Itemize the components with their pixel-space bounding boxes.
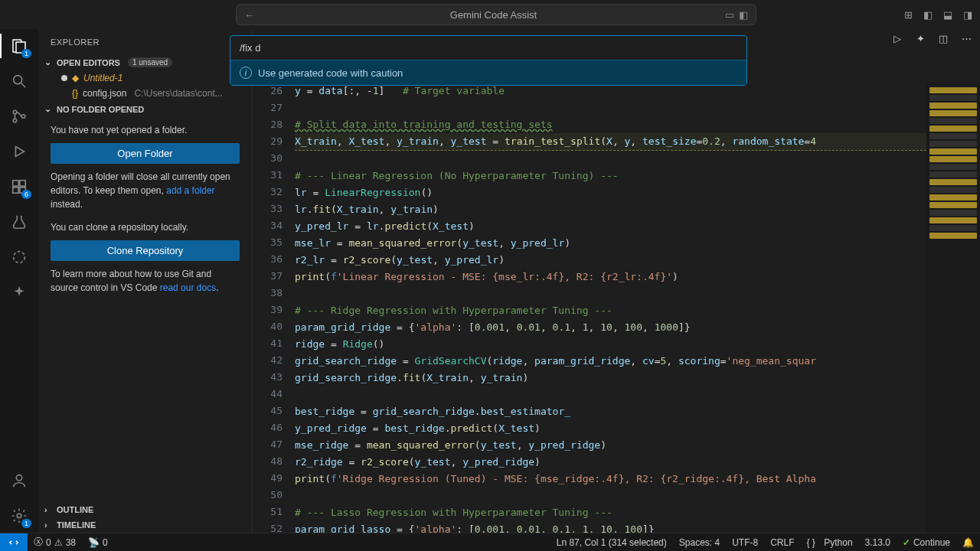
run-debug-icon[interactable]: [8, 141, 30, 162]
layout-icon[interactable]: ▭: [725, 9, 734, 21]
ports-status[interactable]: 📡0: [82, 537, 114, 548]
svg-marker-5: [15, 147, 24, 157]
source-control-icon[interactable]: [8, 106, 30, 127]
eol-status[interactable]: CRLF: [764, 537, 800, 548]
info-icon: i: [240, 67, 252, 79]
svg-point-3: [13, 119, 17, 122]
code-editor[interactable]: y = data[:, -1] # Target variable # Spli…: [295, 83, 926, 533]
svg-rect-7: [13, 187, 18, 193]
check-icon: ✓: [903, 537, 910, 548]
editor-region: ▷ ✦ ◫ ⋯ i Use generated code with cautio…: [253, 29, 980, 533]
minimap[interactable]: [926, 83, 980, 533]
command-right-icons: ▭ ◧: [725, 9, 748, 21]
editor-item-config[interactable]: {} config.json C:\Users\datas\cont...: [38, 86, 252, 101]
assist-caution-bar: i Use generated code with caution: [230, 60, 746, 85]
svg-rect-6: [13, 181, 18, 186]
run-icon[interactable]: ▷: [891, 32, 903, 44]
command-center[interactable]: ← Gemini Code Assist ▭ ◧: [236, 4, 756, 25]
settings-gear-icon[interactable]: 1: [8, 505, 30, 527]
notifications-icon[interactable]: 🔔: [956, 537, 980, 548]
chevron-down-icon: ⌄: [44, 104, 54, 114]
back-arrow-icon[interactable]: ←: [244, 9, 254, 21]
git-docs-text: To learn more about how to use Git and s…: [51, 267, 240, 295]
sparkle-action-icon[interactable]: ✦: [914, 32, 926, 44]
modified-dot-icon: [61, 75, 67, 81]
svg-point-12: [17, 514, 21, 518]
layout-grid-icon[interactable]: ⊞: [902, 8, 914, 21]
settings-badge: 1: [21, 519, 31, 528]
indent-status[interactable]: Spaces: 4: [673, 537, 726, 548]
chevron-right-icon: ›: [44, 520, 54, 530]
account-icon[interactable]: [8, 470, 30, 491]
warning-icon: ⚠: [54, 537, 63, 548]
svg-point-2: [13, 110, 17, 114]
svg-point-10: [14, 252, 25, 263]
outline-section[interactable]: › OUTLINE: [38, 502, 252, 517]
titlebar: ← Gemini Code Assist ▭ ◧ ⊞ ◧ ⬓ ◨: [0, 0, 980, 29]
no-folder-text: You have not yet opened a folder.: [51, 123, 240, 137]
assist-input[interactable]: [240, 42, 737, 54]
encoding-status[interactable]: UTF-8: [726, 537, 764, 548]
sparkle-icon[interactable]: [8, 282, 30, 303]
clone-text: You can clone a repository locally.: [51, 220, 240, 234]
gemini-ring-icon[interactable]: [8, 246, 30, 268]
language-mode[interactable]: { } Python: [801, 537, 859, 548]
python-version[interactable]: 3.13.0: [859, 537, 897, 548]
svg-rect-9: [20, 181, 25, 186]
error-icon: ⓧ: [34, 536, 43, 549]
sidebar-title: EXPLORER: [51, 37, 100, 47]
activity-bar: 1 6: [0, 29, 38, 533]
chevron-down-icon: ⌄: [44, 57, 54, 67]
gemini-assist-box: i Use generated code with caution: [230, 35, 747, 86]
add-folder-link[interactable]: add a folder: [166, 185, 214, 196]
search-icon[interactable]: [8, 70, 30, 92]
remote-button[interactable]: [0, 533, 28, 551]
cursor-position[interactable]: Ln 87, Col 1 (314 selected): [550, 537, 673, 548]
close-editors-text: Opening a folder will close all currentl…: [51, 170, 240, 211]
more-actions-icon[interactable]: ⋯: [960, 32, 972, 44]
timeline-section[interactable]: › TIMELINE: [38, 517, 252, 533]
svg-line-1: [21, 83, 26, 88]
extensions-badge: 6: [21, 190, 31, 199]
json-file-icon: {}: [72, 88, 78, 99]
no-folder-section[interactable]: ⌄ NO FOLDER OPENED: [38, 101, 252, 117]
svg-point-0: [14, 76, 22, 84]
extensions-icon[interactable]: 6: [8, 176, 30, 197]
explorer-icon[interactable]: 1: [8, 35, 30, 57]
command-title: Gemini Code Assist: [262, 9, 725, 21]
panel-bottom-icon[interactable]: ⬓: [942, 8, 954, 21]
chevron-right-icon: ›: [44, 505, 54, 514]
read-docs-link[interactable]: read our docs: [160, 282, 216, 293]
antenna-icon: 📡: [88, 537, 100, 548]
split-editor-icon[interactable]: ◫: [937, 32, 949, 44]
panel-left-icon[interactable]: ◧: [922, 8, 934, 21]
svg-point-11: [16, 475, 21, 481]
problems-status[interactable]: ⓧ0 ⚠38: [28, 536, 82, 549]
clone-repo-button[interactable]: Clone Repository: [51, 240, 240, 261]
line-gutter: 2627282930313233343536373839404142434445…: [253, 83, 295, 533]
status-bar: ⓧ0 ⚠38 📡0 Ln 87, Col 1 (314 selected) Sp…: [0, 533, 980, 551]
panel-right-icon[interactable]: ◨: [962, 8, 974, 21]
open-folder-button[interactable]: Open Folder: [51, 143, 240, 164]
unsaved-badge: 1 unsaved: [128, 57, 172, 67]
sidebar: EXPLORER ⋯ ⌄ OPEN EDITORS 1 unsaved ◆ Un…: [38, 29, 253, 533]
open-editors-section[interactable]: ⌄ OPEN EDITORS 1 unsaved: [38, 54, 252, 70]
svg-point-4: [21, 115, 25, 119]
layout-icon-2[interactable]: ◧: [739, 9, 748, 21]
testing-icon[interactable]: [8, 211, 30, 233]
continue-status[interactable]: ✓Continue: [897, 537, 956, 548]
explorer-badge: 1: [21, 49, 31, 58]
editor-item-untitled[interactable]: ◆ Untitled-1 9+: [38, 70, 252, 86]
python-file-icon: ◆: [72, 73, 79, 83]
